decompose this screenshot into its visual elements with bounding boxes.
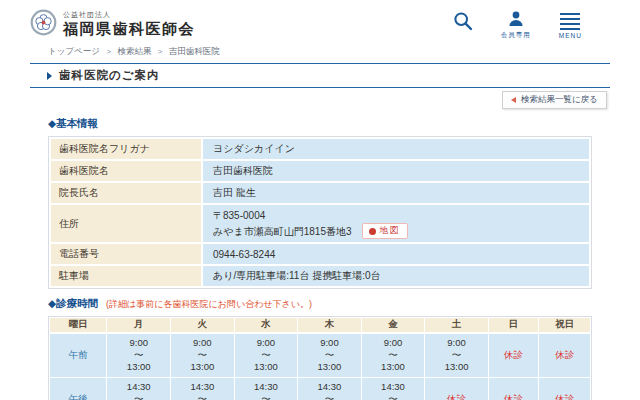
menu-label: MENU <box>559 32 582 39</box>
table-row-director: 院長氏名 吉田 龍生 <box>50 182 590 204</box>
hours-am-row: 午前 9:00〜13:00 9:00〜13:00 9:00〜13:00 9:00… <box>50 333 591 378</box>
pm-sat-closed: 休診 <box>425 377 489 400</box>
street-address: みやま市瀬高町山門1815番地3 <box>213 226 352 237</box>
title-arrow-icon <box>47 72 52 80</box>
am-fri: 9:00〜13:00 <box>361 333 425 378</box>
day-header: 木 <box>298 318 362 333</box>
hamburger-icon <box>560 11 580 30</box>
row-value: あり/専用駐車場:11台 提携駐車場:0台 <box>202 265 590 287</box>
row-label: 歯科医院名フリガナ <box>50 138 202 160</box>
breadcrumb-separator: > <box>106 47 111 56</box>
am-sun-closed: 休診 <box>488 333 539 378</box>
search-button[interactable] <box>453 11 473 40</box>
breadcrumb-current: 吉田歯科医院 <box>169 46 220 56</box>
breadcrumb: トップページ > 検索結果 > 吉田歯科医院 <box>48 46 640 58</box>
page-title: 歯科医院のご案内 <box>59 68 160 83</box>
row-value: 吉田 龍生 <box>202 182 590 204</box>
table-row-address: 住所 〒835-0004 みやま市瀬高町山門1815番地3地図 <box>50 204 590 243</box>
back-to-results-label: 検索結果一覧に戻る <box>521 94 598 106</box>
org-name-title: 福岡県歯科医師会 <box>63 20 195 39</box>
table-row-clinic-name: 歯科医院名 吉田歯科医院 <box>50 160 590 182</box>
phone-number: 0944-63-8244 <box>202 243 590 265</box>
pm-tue: 14:30〜18:30 <box>171 377 235 400</box>
day-header: 日 <box>488 318 539 333</box>
table-row-parking: 駐車場 あり/専用駐車場:11台 提携駐車場:0台 <box>50 265 590 287</box>
association-logo-icon <box>30 9 57 40</box>
row-label: 駐車場 <box>50 265 202 287</box>
search-icon <box>453 11 473 34</box>
day-header: 祝日 <box>539 318 591 333</box>
row-value: 吉田歯科医院 <box>202 160 590 182</box>
site-logo-link[interactable]: 公益社団法人 福岡県歯科医師会 <box>30 9 195 40</box>
menu-button[interactable]: MENU <box>559 11 582 40</box>
day-header: 水 <box>234 318 298 333</box>
pm-label: 午後 <box>50 377 107 400</box>
back-arrow-icon <box>511 97 516 103</box>
pm-holiday-closed: 休診 <box>539 377 591 400</box>
am-thu: 9:00〜13:00 <box>298 333 362 378</box>
breadcrumb-separator: > <box>158 47 163 56</box>
pm-wed: 14:30〜18:30 <box>234 377 298 400</box>
basic-info-heading: ◆基本情報 <box>48 117 592 131</box>
am-wed: 9:00〜13:00 <box>234 333 298 378</box>
pm-thu: 14:30〜18:30 <box>298 377 362 400</box>
back-to-results-button[interactable]: 検索結果一覧に戻る <box>502 91 607 109</box>
table-row-furigana: 歯科医院名フリガナ ヨシダシカイイン <box>50 138 590 160</box>
member-area-button[interactable]: 会員専用 <box>501 11 531 40</box>
day-header: 月 <box>107 318 171 333</box>
am-mon: 9:00〜13:00 <box>107 333 171 378</box>
page-title-bar: 歯科医院のご案内 <box>30 63 610 88</box>
pm-mon: 14:30〜18:30 <box>107 377 171 400</box>
day-header: 土 <box>425 318 489 333</box>
postal-code: 〒835-0004 <box>213 208 579 223</box>
breadcrumb-home[interactable]: トップページ <box>48 46 100 56</box>
am-holiday-closed: 休診 <box>539 333 591 378</box>
row-label: 住所 <box>50 204 202 243</box>
row-label: 歯科医院名 <box>50 160 202 182</box>
day-header: 曜日 <box>50 318 107 333</box>
row-label: 電話番号 <box>50 243 202 265</box>
am-tue: 9:00〜13:00 <box>171 333 235 378</box>
map-pin-icon <box>369 228 376 235</box>
am-label: 午前 <box>50 333 107 378</box>
breadcrumb-search-results[interactable]: 検索結果 <box>117 46 151 56</box>
hours-note: (詳細は事前に各歯科医院にお問い合わせ下さい。) <box>106 299 312 309</box>
row-label: 院長氏名 <box>50 182 202 204</box>
map-button[interactable]: 地図 <box>362 223 408 239</box>
hours-header-row: 曜日 月 火 水 木 金 土 日 祝日 <box>50 318 591 333</box>
hours-pm-row: 午後 14:30〜18:30 14:30〜18:30 14:30〜18:30 1… <box>50 377 591 400</box>
street-address-line: みやま市瀬高町山門1815番地3地図 <box>213 223 579 239</box>
hours-heading: ◆診療時間(詳細は事前に各歯科医院にお問い合わせ下さい。) <box>48 297 592 311</box>
hours-title: ◆診療時間 <box>48 297 98 309</box>
pm-fri: 14:30〜18:30 <box>361 377 425 400</box>
table-row-phone: 電話番号 0944-63-8244 <box>50 243 590 265</box>
day-header: 金 <box>361 318 425 333</box>
person-icon <box>507 11 525 29</box>
header-icons: 会員専用 MENU <box>453 11 582 40</box>
site-header: 公益社団法人 福岡県歯科医師会 会員専用 <box>0 0 640 46</box>
pm-sun-closed: 休診 <box>488 377 539 400</box>
map-button-label: 地図 <box>380 225 401 237</box>
back-link-row: 検索結果一覧に戻る <box>0 91 607 109</box>
row-value: ヨシダシカイイン <box>202 138 590 160</box>
hours-table: 曜日 月 火 水 木 金 土 日 祝日 午前 9:00〜13:00 9:00〜1… <box>48 316 592 400</box>
brand-text: 公益社団法人 福岡県歯科医師会 <box>63 10 195 39</box>
row-value-address: 〒835-0004 みやま市瀬高町山門1815番地3地図 <box>202 204 590 243</box>
am-sat: 9:00〜13:00 <box>425 333 489 378</box>
day-header: 火 <box>171 318 235 333</box>
basic-info-table: 歯科医院名フリガナ ヨシダシカイイン 歯科医院名 吉田歯科医院 院長氏名 吉田 … <box>48 136 592 289</box>
org-type-label: 公益社団法人 <box>63 10 195 20</box>
member-area-label: 会員専用 <box>501 31 531 40</box>
